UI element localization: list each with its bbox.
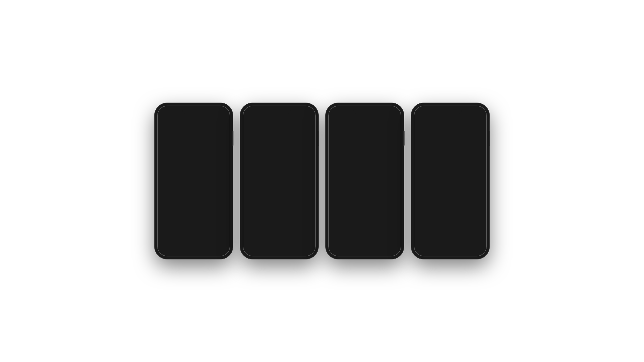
apple-folder[interactable]: Apple [332,174,346,192]
books-folder[interactable]: Books [382,155,396,172]
countdowns-folder[interactable]: Countdowns [349,155,363,172]
clock-label: Clock [251,210,257,213]
phone-3-screen: 15:18 ▲ wifi ▐▐▐ ▮▮ WEDNESDAY 13 [328,106,401,256]
cal-event-2: Family night [337,139,361,141]
utilities-folder-4[interactable]: Utilities [418,118,432,135]
dot-4-1 [445,229,447,230]
photos-label: Photos [284,171,291,174]
flashlight-button[interactable]: 🔦 [170,234,182,246]
social-folder[interactable]: Social [349,194,363,211]
music-label: Music [284,249,290,251]
status-time-3: 15:18 [335,110,343,114]
productivity-label-2: Productivity [298,249,309,251]
dock-phone-3[interactable]: 📞 [340,235,353,248]
things-status: Nothing Planned [370,130,394,138]
loc-icon-4: ▲ [461,111,463,113]
lock-time: 15:20 [172,126,215,147]
daycount-location: NYC [453,120,459,123]
weather-location: Grandview ↗ [250,123,275,126]
travel-folder[interactable]: Travel [382,174,396,192]
weather-widget[interactable]: Grandview ↗ 91° Sunny H:93° L:62° Weathe… [247,120,278,155]
calendar-widget-app[interactable]: WEDNESDAY 13 Shawn out of Of... Family n… [332,118,364,153]
weather-temp: 91° [250,126,275,136]
app-row-5: ✅ Reminders 💳 Wallet [247,234,312,251]
photos-app[interactable]: 🌸 Photos [281,157,295,174]
awesomegames-label: Awesomegames [332,208,346,211]
app-row-1: Grandview ↗ 91° Sunny H:93° L:62° Weathe… [247,118,312,155]
carrier-label: VZW Wi-Fi [162,110,176,113]
cal-date-num: 13 [284,180,292,187]
facetime-app[interactable]: 📹 FaceTime [247,215,261,232]
everything-folder[interactable]: Everything [332,155,346,172]
phone-1: VZW Wi-Fi ▲ ▐▐▐ ▮▮ 🔒 15:20 Wednesday, Ju… [155,103,233,259]
daycount-widget[interactable]: NYC 41 DAYS UNTIL DayCount [451,118,482,151]
finance-folder[interactable]: Finance [349,174,363,192]
status-bar-4: 15:19 ▲ wifi ▐▐▐ ▮▮▮ [414,106,487,116]
reminders-app[interactable]: ✅ Reminders [247,234,261,251]
bat-icon-4: ▮▮▮ [476,111,480,113]
things-widget-app[interactable]: ⭐ Today Nothing Planned Things [366,118,398,153]
clock-app[interactable]: 🕐 Clock [247,195,261,213]
photography-folder[interactable]: Photography [365,174,379,192]
reminders-label: Reminders [248,249,259,251]
things-widget-content: ⭐ Today Nothing Planned [366,118,398,150]
status-icons: ▲ ▐▐▐ ▮▮ [212,110,225,113]
home-indicator [181,253,206,254]
apps-col-right-1: 📷 Camera ⚙️ Settings [281,118,295,155]
productivity-folder-2[interactable]: Productivity [296,234,310,251]
countdowns-label: Countdowns [349,170,362,172]
phone-4: 15:19 ▲ wifi ▐▐▐ ▮▮▮ [411,103,489,259]
contacts-app[interactable]: 👤 Contacts [247,253,261,256]
planned-text: Planned [370,134,394,138]
sig-icon-4: ▐▐▐ [470,111,475,113]
dock-mail-3[interactable]: ✉️ [358,235,372,248]
utilities-label-3: Utilities [369,170,376,172]
maps-app[interactable]: 🗺️ Maps [263,215,277,232]
settings-icon: ⚙️ [284,141,292,148]
wallet-app[interactable]: 💳 Wallet [263,234,277,251]
things-star-icon: ⭐ [370,121,374,125]
dock-4: 📞 ✉️ 💬 [418,232,483,251]
dock-messages-4[interactable]: 💬 [462,235,475,248]
battery-icon: ▮▮ [222,110,225,113]
calendar-widget-label: Calendar [343,150,353,153]
dock-mail-4[interactable]: ✉️ [444,235,457,248]
cal-event-time: 18:00 - 22:00 [337,141,361,143]
awesomegames-folder[interactable]: Awesomegames [332,194,346,211]
lockscreen: VZW Wi-Fi ▲ ▐▐▐ ▮▮ 🔒 15:20 Wednesday, Ju… [157,106,230,256]
app-row-3: 🕐 Clock 📝 Notes [247,195,312,213]
health-app[interactable]: ❤️ Health [280,253,294,256]
camera-app[interactable]: 📷 Camera [281,118,295,135]
messages-icon-4: 💬 [465,238,473,246]
apps-grid-3: WEDNESDAY 13 Shawn out of Of... Family n… [328,116,401,228]
dot-4-4 [454,229,456,230]
food-folder-4[interactable]: Food [434,118,448,135]
camera-button[interactable]: 📷 [205,234,218,246]
dock-phone-4[interactable]: 📞 [425,235,439,248]
loc-icon-3: ▲ [377,111,379,113]
notes-app[interactable]: 📝 Notes [263,195,277,213]
dot-3-3 [367,228,369,229]
facetime-label: FaceTime [249,230,259,232]
calendar-app[interactable]: WED 13 Calendar [281,176,295,193]
facetime-icon: 📹 [250,218,258,226]
status-bar-3: 15:18 ▲ wifi ▐▐▐ ▮▮ [328,106,401,116]
dock-messages-3[interactable]: 💬 [376,235,390,248]
status-bar-2: 15:18 ▲ wifi ▐▐▐ ▮▮ [243,106,316,116]
phone-icon-3: 📞 [342,238,350,246]
phone-icon-4: 📞 [428,238,436,246]
productivity-folder-3[interactable]: Productivity [365,194,379,211]
clock-icon: 🕐 [250,199,258,206]
settings-app[interactable]: ⚙️ Settings [281,137,295,155]
dot-4-2 [448,229,450,230]
messages-icon-3: 💬 [379,238,387,246]
everything-label: Everything [334,170,345,172]
things-today-label: Today [375,122,384,125]
things-widget-label: Things [379,150,385,153]
news-app[interactable]: 📰 News [263,253,277,256]
chloeshome-folder[interactable]: 🦄 Chloe's Home Notion Chloe's Home [247,158,278,193]
homescreen-2: 15:18 ▲ wifi ▐▐▐ ▮▮ Grandview ↗ 91° [243,106,316,256]
utilities-folder[interactable]: Utilities [365,155,379,172]
music-folder[interactable]: Music [280,234,294,251]
lock-icon: 🔒 [190,118,197,125]
